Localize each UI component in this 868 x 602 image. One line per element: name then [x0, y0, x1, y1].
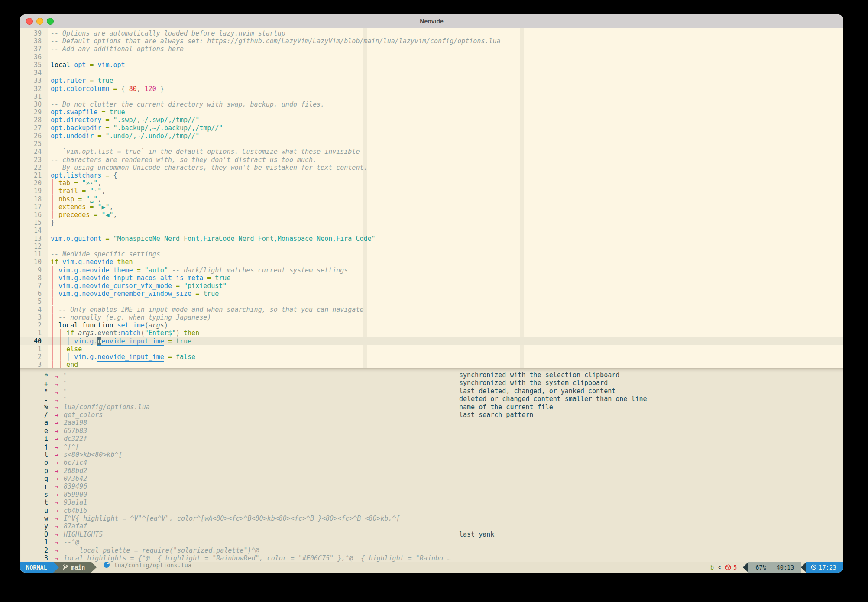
arrow-right-icon: → [55, 427, 58, 435]
register-row: 1→--^@ [20, 538, 843, 546]
scroll-percent: 67% [755, 564, 766, 571]
file-path[interactable]: lua/config/options.lua [114, 562, 191, 573]
code-text: │ vim.g.neovide_cursor_vfx_mode = "pixie… [51, 282, 227, 290]
registers-panel[interactable]: *→"synchronized with the selection clipb… [20, 368, 843, 562]
line-number: 40 [20, 337, 42, 345]
code-text: │ │ end [51, 361, 78, 368]
title-bar[interactable]: Neovide [20, 14, 843, 29]
code-line: 23-- characters are rendered with, so th… [20, 156, 843, 164]
plugin-updates-badge[interactable]: 5 [725, 562, 737, 573]
code-text: │ vim.g.neovide_theme = "auto" -- dark/l… [51, 266, 348, 274]
code-line: 39-- Options are automatically loaded be… [20, 29, 843, 37]
register-name: s [44, 491, 51, 498]
register-row: s→859900 [20, 491, 843, 498]
code-line: 17│ extends = "▶", [20, 203, 843, 211]
code-text: │ -- Only enables IME in input mode and … [51, 306, 363, 314]
status-bar: NORMAL main lua/config/options.lua b < 5… [20, 562, 843, 573]
code-line: 12 [20, 243, 843, 250]
line-number: 30 [20, 100, 42, 108]
line-number: 12 [20, 243, 42, 250]
code-line: 36 [20, 53, 843, 61]
arrow-right-icon: → [55, 443, 58, 450]
register-name: w [44, 515, 51, 522]
arrow-right-icon: → [55, 547, 58, 554]
code-text: │ vim.g.neovide_input_macos_alt_is_meta … [51, 274, 230, 282]
arrow-right-icon: → [55, 555, 58, 562]
code-line: 21opt.listchars = { [20, 172, 843, 179]
register-value: 2aa198 [64, 419, 87, 427]
code-line: 32opt.colorcolumn = { 80, 120 } [20, 85, 843, 93]
register-name: 1 [44, 538, 51, 546]
code-line: 6│ vim.g.neovide_remember_window_size = … [20, 290, 843, 298]
editor-area[interactable]: 39-- Options are automatically loaded be… [20, 28, 843, 368]
code-line-current: 40│ │ │ vim.g.neovide_input_ime = true [20, 337, 843, 345]
code-text: │ │ │ vim.g.neovide_input_ime = true [51, 337, 191, 345]
register-row: *→"synchronized with the selection clipb… [20, 371, 843, 379]
register-row: t→93a1a1 [20, 498, 843, 506]
register-value: 859900 [64, 491, 87, 498]
line-number: 33 [20, 77, 42, 84]
arrow-right-icon: → [55, 411, 58, 419]
register-row: j→^[^[ [20, 443, 843, 451]
line-number: 24 [20, 148, 42, 155]
arrow-right-icon: → [55, 403, 58, 411]
code-text: opt.listchars = { [51, 172, 117, 179]
register-name: 3 [44, 554, 51, 562]
code-text: opt.swapfile = true [51, 108, 125, 116]
arrow-right-icon: → [55, 435, 58, 443]
register-description: synchronized with the system clipboard [459, 379, 608, 387]
powerline-separator-icon [801, 562, 806, 573]
register-description: last deleted, changed, or yanked content [459, 387, 615, 395]
arrow-right-icon: → [55, 459, 58, 466]
code-text: -- `vim.opt.list = true` in the default … [51, 148, 360, 155]
arrow-right-icon: → [55, 499, 58, 506]
code-line: 19│ trail = "·", [20, 187, 843, 195]
code-text: │ vim.g.neovide_remember_window_size = t… [51, 290, 219, 298]
line-number: 37 [20, 45, 42, 53]
line-number: 21 [20, 172, 42, 179]
register-value: " [64, 373, 66, 377]
code-text: opt.colorcolumn = { 80, 120 } [51, 85, 164, 93]
line-number: 31 [20, 93, 42, 100]
code-text: opt.backupdir = ".backup/,~/.backup/,/tm… [51, 124, 223, 132]
code-line: 18│ nbsp = "␣", [20, 195, 843, 203]
arrow-right-icon: → [55, 515, 58, 522]
code-line: 33opt.ruler = true [20, 77, 843, 84]
clock-segment: 17:23 [806, 562, 843, 573]
arrow-right-icon: → [55, 507, 58, 515]
code-text: vim.o.guifont = "MonaspiceNe Nerd Font,F… [51, 235, 376, 243]
arrow-right-icon: → [55, 419, 58, 427]
lua-icon [104, 562, 110, 568]
line-number: 23 [20, 156, 42, 164]
register-row: y→87afaf [20, 522, 843, 530]
register-name: r [44, 482, 51, 490]
register-row: q→073642 [20, 475, 843, 482]
code-line: 28opt.directory = ".swp/,~/.swp/,/tmp//" [20, 116, 843, 124]
line-number: 18 [20, 195, 42, 203]
code-line: 25 [20, 140, 843, 148]
line-number: 2 [20, 353, 42, 361]
clock-time: 17:23 [819, 564, 836, 571]
register-row: "→"last deleted, changed, or yanked cont… [20, 387, 843, 395]
code-line: 27opt.backupdir = ".backup/,~/.backup/,/… [20, 124, 843, 132]
git-branch-icon [63, 564, 68, 570]
chevron-left-icon: < [718, 564, 721, 571]
register-value: 93a1a1 [64, 498, 87, 506]
register-row: a→2aa198 [20, 419, 843, 427]
code-line: 31 [20, 93, 843, 100]
line-number: 15 [20, 219, 42, 227]
code-text: opt.directory = ".swp/,~/.swp/,/tmp//" [51, 116, 199, 124]
code-line: 11-- NeoVide specific settings [20, 250, 843, 258]
register-row: r→839496 [20, 482, 843, 490]
code-line: 30-- Do not clutter the current director… [20, 100, 843, 108]
code-text: local opt = vim.opt [51, 61, 125, 69]
line-number: 1 [20, 329, 42, 337]
code-text: opt.ruler = true [51, 77, 113, 84]
code-text: │ local function set_ime(args) [51, 321, 168, 329]
position-segment: 67% 40:13 [748, 562, 801, 573]
code-line: 13vim.o.guifont = "MonaspiceNe Nerd Font… [20, 235, 843, 243]
register-value: I^V{ highlight = ^V"^[ea^V", color^[wA<8… [64, 515, 400, 522]
register-row: l→s<80>kb<80>kb^[ [20, 451, 843, 459]
register-name: j [44, 443, 51, 451]
git-branch-segment[interactable]: main [53, 562, 91, 573]
